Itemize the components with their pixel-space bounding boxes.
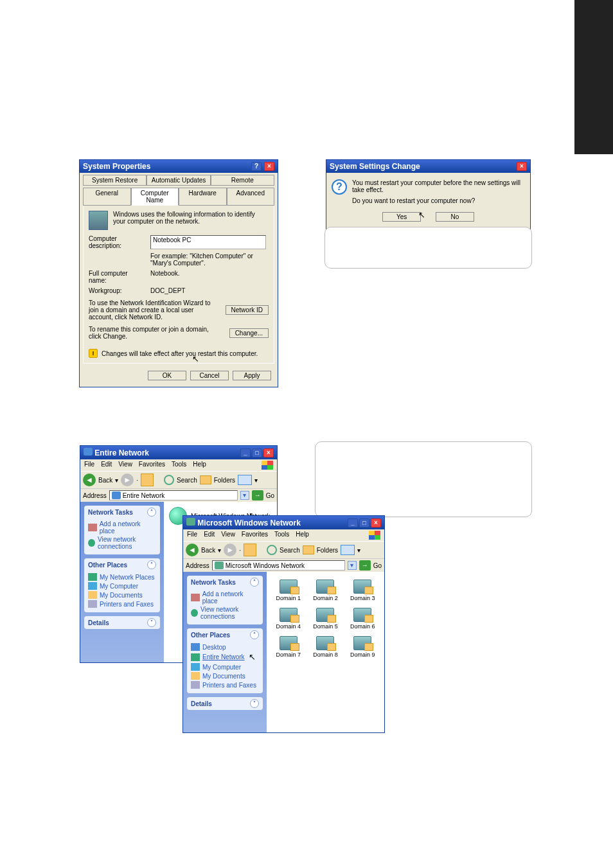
chevron-up-icon[interactable]: ˄: [147, 560, 156, 569]
change-text: To rename this computer or join a domain…: [89, 326, 217, 340]
close-icon[interactable]: ×: [517, 162, 527, 171]
chevron-up-icon[interactable]: ˄: [250, 630, 259, 639]
chevron-up-icon[interactable]: ˄: [147, 508, 156, 517]
other-places-header: Other Places: [191, 632, 230, 639]
sidebar-item-my-documents[interactable]: My Documents: [88, 590, 156, 599]
tab-remote[interactable]: Remote: [211, 175, 274, 186]
chevron-down-icon[interactable]: ˅: [250, 699, 259, 708]
menu-tools[interactable]: Tools: [172, 461, 186, 470]
apply-button[interactable]: Apply: [233, 371, 271, 380]
tab-hardware[interactable]: Hardware: [179, 188, 227, 206]
up-icon[interactable]: [244, 544, 256, 556]
menu-help[interactable]: Help: [193, 461, 206, 470]
back-label[interactable]: Back: [201, 547, 215, 554]
sidebar-item-my-computer[interactable]: My Computer: [88, 581, 156, 590]
domain-icon: [280, 608, 298, 622]
menu-help[interactable]: Help: [296, 531, 309, 540]
sidebar-item-my-network-places[interactable]: My Network Places: [88, 572, 156, 581]
folders-icon[interactable]: [303, 545, 314, 554]
domain-item[interactable]: Domain 3: [346, 580, 379, 601]
menu-file[interactable]: File: [187, 531, 197, 540]
address-field[interactable]: Entire Network: [109, 490, 238, 500]
menu-tools[interactable]: Tools: [274, 531, 289, 540]
tab-automatic-updates[interactable]: Automatic Updates: [147, 175, 210, 186]
address-field[interactable]: Microsoft Windows Network: [212, 560, 345, 571]
printer-icon: [191, 681, 200, 689]
close-icon[interactable]: ×: [371, 518, 381, 527]
search-icon[interactable]: [164, 475, 174, 485]
sidebar-item-entire-network[interactable]: Entire Network↖: [191, 651, 259, 662]
chevron-up-icon[interactable]: ˄: [250, 578, 259, 587]
go-label[interactable]: Go: [266, 492, 274, 499]
address-bar: Address Entire Network ▾ → Go: [80, 489, 277, 502]
menu-edit[interactable]: Edit: [204, 531, 215, 540]
address-label: Address: [83, 492, 107, 499]
network-id-button[interactable]: Network ID: [226, 305, 269, 315]
tab-computer-name[interactable]: Computer Name: [131, 188, 179, 206]
back-icon[interactable]: ◄: [83, 474, 96, 486]
sidebar-item-add-network-place[interactable]: Add a network place: [88, 520, 156, 535]
menu-edit[interactable]: Edit: [101, 461, 112, 470]
go-label[interactable]: Go: [373, 562, 382, 569]
tab-advanced[interactable]: Advanced: [227, 188, 275, 206]
search-label[interactable]: Search: [280, 547, 300, 554]
folders-icon[interactable]: [200, 475, 211, 484]
other-places-header: Other Places: [88, 562, 127, 569]
yes-button[interactable]: Yes: [382, 212, 421, 222]
domain-label: Domain 3: [346, 595, 379, 601]
minimize-icon[interactable]: _: [348, 518, 358, 527]
search-label[interactable]: Search: [177, 477, 197, 484]
views-icon[interactable]: [238, 475, 252, 485]
cancel-button[interactable]: Cancel: [190, 371, 229, 380]
sidebar-item-printers[interactable]: Printers and Faxes: [191, 680, 259, 689]
folders-label[interactable]: Folders: [214, 477, 235, 484]
sidebar-item-view-connections[interactable]: View network connections: [88, 535, 156, 551]
domain-item[interactable]: Domain 4: [272, 608, 305, 630]
menu-favorites[interactable]: Favorites: [242, 531, 268, 540]
domain-item[interactable]: Domain 2: [309, 580, 342, 601]
menu-file[interactable]: File: [84, 461, 94, 470]
maximize-icon[interactable]: □: [252, 448, 262, 457]
sidebar-item-view-connections[interactable]: View network connections: [191, 605, 259, 621]
search-icon[interactable]: [267, 545, 277, 555]
maximize-icon[interactable]: □: [359, 518, 369, 527]
go-icon[interactable]: →: [359, 560, 371, 571]
back-icon[interactable]: ◄: [186, 544, 199, 556]
domain-item[interactable]: Domain 6: [346, 608, 379, 630]
domain-item[interactable]: Domain 8: [309, 636, 342, 658]
folders-label[interactable]: Folders: [317, 547, 338, 554]
sidebar-item-printers[interactable]: Printers and Faxes: [88, 599, 156, 608]
domain-item[interactable]: Domain 9: [346, 636, 379, 658]
no-button[interactable]: No: [436, 212, 474, 222]
back-label[interactable]: Back: [98, 477, 112, 484]
sidebar-item-my-computer[interactable]: My Computer: [191, 662, 259, 671]
menu-view[interactable]: View: [221, 531, 235, 540]
globe-icon: [88, 539, 95, 547]
sidebar-item-add-network-place[interactable]: Add a network place: [191, 590, 259, 605]
forward-icon[interactable]: ►: [121, 474, 134, 486]
dropdown-icon[interactable]: ▾: [240, 491, 249, 500]
sidebar-item-desktop[interactable]: Desktop: [191, 642, 259, 651]
menu-view[interactable]: View: [118, 461, 132, 470]
tab-general[interactable]: General: [83, 188, 131, 206]
chevron-down-icon[interactable]: ˅: [147, 618, 156, 627]
domain-item[interactable]: Domain 1: [272, 580, 305, 601]
minimize-icon[interactable]: _: [240, 448, 251, 457]
description-input[interactable]: Notebook PC: [150, 235, 266, 249]
sidebar-item-my-documents[interactable]: My Documents: [191, 671, 259, 680]
tab-system-restore[interactable]: System Restore: [83, 175, 147, 186]
help-icon[interactable]: ?: [251, 162, 262, 171]
views-icon[interactable]: [341, 545, 355, 555]
ok-button[interactable]: OK: [148, 371, 186, 380]
domain-item[interactable]: Domain 5: [309, 608, 342, 630]
close-icon[interactable]: ×: [264, 162, 274, 171]
dropdown-icon[interactable]: ▾: [348, 561, 357, 570]
change-button[interactable]: Change...: [229, 328, 269, 338]
domain-item[interactable]: Domain 7: [272, 636, 305, 658]
forward-icon[interactable]: ►: [224, 544, 236, 556]
go-icon[interactable]: →: [252, 490, 263, 500]
up-icon[interactable]: [141, 474, 154, 486]
close-icon[interactable]: ×: [263, 448, 274, 457]
titlebar-msgbox: System Settings Change ×: [326, 160, 530, 173]
menu-favorites[interactable]: Favorites: [139, 461, 165, 470]
